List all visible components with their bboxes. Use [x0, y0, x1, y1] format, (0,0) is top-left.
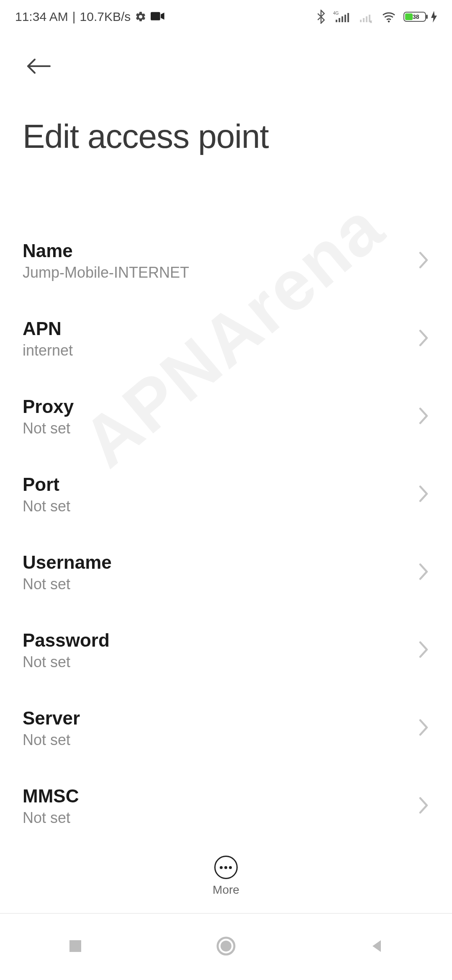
row-label: Server	[23, 708, 80, 729]
wifi-icon	[382, 11, 396, 23]
row-name[interactable]: Name Jump-Mobile-INTERNET	[23, 222, 429, 300]
more-icon	[214, 856, 238, 879]
row-port[interactable]: Port Not set	[23, 456, 429, 534]
row-value: Jump-Mobile-INTERNET	[23, 264, 189, 281]
more-label: More	[213, 883, 239, 897]
nav-home-button[interactable]	[213, 934, 239, 959]
chevron-right-icon	[418, 562, 429, 583]
gear-icon	[135, 11, 146, 23]
signal-4g-icon: 4G	[333, 10, 350, 23]
nav-back-button[interactable]	[364, 934, 389, 959]
chevron-right-icon	[418, 329, 429, 349]
svg-text:4G: 4G	[333, 11, 339, 15]
settings-list: Name Jump-Mobile-INTERNET APN internet P…	[0, 222, 452, 913]
svg-rect-8	[363, 18, 365, 22]
row-apn[interactable]: APN internet	[23, 300, 429, 378]
row-server[interactable]: Server Not set	[23, 689, 429, 767]
row-value: Not set	[23, 731, 80, 749]
videocam-icon	[151, 12, 165, 22]
row-label: Name	[23, 240, 189, 261]
svg-rect-14	[426, 15, 428, 19]
bottom-action-bar: More	[0, 847, 452, 905]
chevron-right-icon	[418, 718, 429, 738]
row-value: internet	[23, 342, 73, 359]
row-label: Port	[23, 474, 70, 495]
svg-point-12	[388, 21, 390, 22]
row-value: Not set	[23, 575, 112, 593]
arrow-left-icon	[25, 58, 54, 76]
system-nav-bar	[0, 913, 452, 980]
row-value: Not set	[23, 809, 79, 827]
row-value: Not set	[23, 498, 70, 515]
svg-rect-2	[336, 20, 337, 22]
row-proxy[interactable]: Proxy Not set	[23, 378, 429, 456]
svg-text:38: 38	[413, 13, 419, 20]
svg-rect-17	[69, 940, 81, 952]
row-label: Username	[23, 552, 112, 573]
svg-rect-5	[344, 15, 346, 22]
chevron-right-icon	[418, 407, 429, 427]
row-label: Proxy	[23, 396, 74, 417]
row-mmsc[interactable]: MMSC Not set	[23, 767, 429, 845]
row-value: Not set	[23, 653, 110, 671]
row-label: Password	[23, 630, 110, 651]
svg-rect-15	[405, 13, 413, 20]
chevron-right-icon	[418, 796, 429, 816]
more-button[interactable]: More	[213, 856, 239, 897]
signal-empty-icon: x	[357, 10, 374, 23]
battery-icon: 38	[403, 10, 437, 23]
svg-rect-3	[339, 18, 340, 22]
status-time: 11:34 AM	[15, 10, 68, 24]
bluetooth-icon	[316, 10, 326, 24]
nav-recents-button[interactable]	[63, 934, 88, 959]
chevron-right-icon	[418, 251, 429, 271]
svg-text:x: x	[370, 19, 372, 23]
page-title: Edit access point	[23, 117, 429, 156]
svg-rect-0	[151, 12, 160, 21]
chevron-right-icon	[418, 640, 429, 660]
triangle-left-icon	[369, 939, 384, 955]
row-value: Not set	[23, 420, 74, 437]
svg-rect-6	[347, 13, 349, 22]
svg-point-19	[221, 941, 231, 952]
row-label: APN	[23, 318, 73, 339]
status-bar: 11:34 AM | 10.7KB/s 4G x 38	[0, 0, 452, 34]
status-left: 11:34 AM | 10.7KB/s	[15, 10, 165, 24]
row-password[interactable]: Password Not set	[23, 611, 429, 689]
circle-icon	[216, 936, 236, 958]
back-button[interactable]	[23, 50, 56, 84]
row-username[interactable]: Username Not set	[23, 534, 429, 611]
square-icon	[68, 939, 83, 955]
svg-rect-4	[342, 16, 343, 22]
status-right: 4G x 38	[316, 10, 437, 24]
svg-rect-7	[360, 20, 362, 22]
row-label: MMSC	[23, 786, 79, 807]
chevron-right-icon	[418, 485, 429, 505]
svg-rect-9	[366, 16, 367, 22]
status-net-rate: 10.7KB/s	[80, 10, 131, 24]
app-bar: Edit access point	[0, 50, 452, 156]
